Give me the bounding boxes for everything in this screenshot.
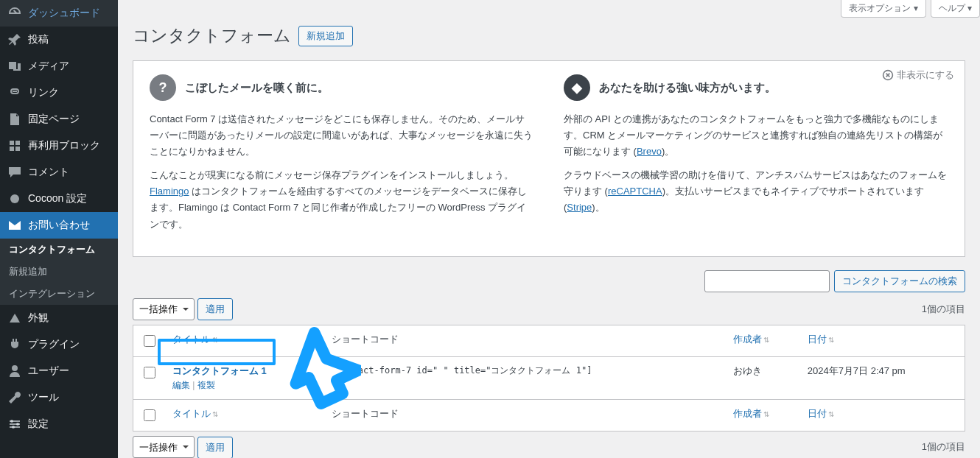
sidebar-item-label: 固定ページ	[28, 113, 111, 126]
block-icon	[7, 138, 22, 153]
sidebar-item-label: 外観	[28, 311, 111, 325]
col-author[interactable]: 作成者⇅	[726, 325, 800, 357]
diamond-icon: ◆	[564, 74, 590, 101]
form-title-link[interactable]: コンタクトフォーム 1	[172, 365, 267, 376]
sidebar-item-label: ダッシュボード	[28, 7, 111, 20]
close-icon	[882, 69, 894, 81]
question-icon: ?	[150, 74, 176, 101]
sidebar-item-links[interactable]: リンク	[0, 80, 118, 106]
row-actions: 編集 | 複製	[172, 379, 317, 392]
welcome-left-heading: ? こぼしたメールを嘆く前に。	[150, 74, 534, 101]
welcome-left-p2: こんなことが現実になる前にメッセージ保存プラグインをインストールしましょう。 F…	[150, 167, 534, 232]
bulk-select-bottom[interactable]: 一括操作	[133, 436, 195, 458]
sidebar-item-appearance[interactable]: 外観	[0, 305, 118, 331]
flamingo-link[interactable]: Flamingo	[150, 186, 189, 197]
sidebar-item-cocoon[interactable]: Cocoon 設定	[0, 186, 118, 212]
col-date[interactable]: 日付⇅	[800, 325, 965, 357]
col-title[interactable]: タイトル⇅	[165, 325, 324, 357]
apply-button-bottom[interactable]: 適用	[197, 437, 233, 458]
select-all-checkbox[interactable]	[144, 335, 155, 347]
comment-icon	[7, 165, 22, 180]
appearance-icon	[7, 311, 22, 325]
search-input[interactable]	[704, 270, 830, 292]
cell-title: コンタクトフォーム 1 編集 | 複製	[165, 357, 324, 399]
screen-options-tab[interactable]: 表示オプション ▾	[841, 0, 925, 18]
main-content: 表示オプション ▾ ヘルプ ▾ コンタクトフォーム 新規追加 非表示にする ? …	[118, 0, 980, 458]
submenu-add-new[interactable]: 新規追加	[0, 261, 118, 283]
item-count: 1個の項目	[922, 303, 965, 316]
welcome-panel: 非表示にする ? こぼしたメールを嘆く前に。 Contact Form 7 は送…	[133, 60, 965, 257]
svg-point-2	[16, 423, 19, 426]
svg-point-3	[12, 426, 15, 429]
cell-date: 2024年7月7日 2:47 pm	[800, 357, 965, 399]
user-icon	[7, 364, 22, 378]
page-icon	[7, 112, 22, 127]
sort-icon: ⇅	[828, 336, 834, 344]
dismiss-label: 非表示にする	[897, 68, 954, 82]
table-row: コンタクトフォーム 1 編集 | 複製 [contact-form-7 id="…	[133, 357, 965, 399]
sort-icon: ⇅	[763, 336, 769, 344]
submenu-contact-forms[interactable]: コンタクトフォーム	[0, 239, 118, 261]
screen-meta: 表示オプション ▾ ヘルプ ▾	[133, 0, 980, 18]
bulk-actions-bottom: 一括操作 適用	[133, 436, 233, 458]
sidebar-item-label: リンク	[28, 86, 111, 99]
welcome-right-p2: クラウドベースの機械学習の助けを借りて、アンチスパムサービスはあなたのフォームを…	[564, 167, 948, 216]
sidebar-item-label: ユーザー	[28, 364, 111, 378]
svg-point-0	[10, 194, 19, 203]
bulk-select[interactable]: 一括操作	[133, 298, 195, 320]
sidebar-item-plugins[interactable]: プラグイン	[0, 331, 118, 358]
row-checkbox[interactable]	[144, 367, 155, 378]
duplicate-link[interactable]: 複製	[197, 380, 215, 390]
submenu-integration[interactable]: インテグレーション	[0, 283, 118, 305]
select-all-footer	[133, 399, 165, 431]
dismiss-button[interactable]: 非表示にする	[882, 68, 954, 82]
welcome-left-heading-text: こぼしたメールを嘆く前に。	[185, 78, 329, 97]
stripe-link[interactable]: Stripe	[567, 202, 592, 213]
sidebar-item-label: 投稿	[28, 33, 111, 46]
select-all-header	[133, 325, 165, 357]
sort-icon: ⇅	[212, 410, 218, 418]
item-count-bottom: 1個の項目	[922, 440, 965, 454]
pin-icon	[7, 32, 22, 47]
sidebar-item-reusable-blocks[interactable]: 再利用ブロック	[0, 133, 118, 159]
tablenav-top: 一括操作 適用 1個の項目	[133, 298, 965, 321]
bulk-actions: 一括操作 適用	[133, 298, 233, 321]
search-button[interactable]: コンタクトフォームの検索	[834, 270, 965, 292]
add-new-button[interactable]: 新規追加	[298, 26, 353, 46]
sidebar-item-label: 設定	[28, 418, 111, 431]
help-tab[interactable]: ヘルプ ▾	[931, 0, 980, 18]
col-title[interactable]: タイトル⇅	[165, 399, 324, 431]
sidebar-item-contact[interactable]: お問い合わせ	[0, 212, 118, 239]
sidebar-item-dashboard[interactable]: ダッシュボード	[0, 0, 118, 27]
brevo-link[interactable]: Brevo	[637, 146, 662, 157]
sort-icon: ⇅	[763, 410, 769, 418]
welcome-left-p1: Contact Form 7 は送信されたメッセージをどこにも保存しません。その…	[150, 111, 534, 160]
sort-icon: ⇅	[828, 410, 834, 418]
sidebar-item-comments[interactable]: コメント	[0, 159, 118, 186]
apply-button[interactable]: 適用	[197, 298, 233, 320]
sort-icon: ⇅	[212, 336, 218, 344]
sidebar-item-label: コメント	[28, 166, 111, 179]
col-shortcode: ショートコード	[324, 399, 726, 431]
sidebar-item-pages[interactable]: 固定ページ	[0, 106, 118, 133]
recaptcha-link[interactable]: reCAPTCHA	[608, 186, 662, 197]
edit-link[interactable]: 編集	[172, 380, 190, 390]
mail-icon	[7, 218, 22, 233]
col-date[interactable]: 日付⇅	[800, 399, 965, 431]
sidebar-item-tools[interactable]: ツール	[0, 384, 118, 411]
sidebar-item-users[interactable]: ユーザー	[0, 358, 118, 384]
select-all-checkbox-bottom[interactable]	[144, 409, 155, 421]
sidebar-item-label: 再利用ブロック	[28, 139, 111, 152]
plugin-icon	[7, 337, 22, 352]
settings-icon	[7, 417, 22, 431]
col-author[interactable]: 作成者⇅	[726, 399, 800, 431]
tablenav-bottom: 一括操作 適用 1個の項目	[133, 436, 965, 458]
forms-table: タイトル⇅ ショートコード 作成者⇅ 日付⇅ コンタクトフォーム 1 編集 | …	[133, 325, 965, 431]
sidebar-item-media[interactable]: メディア	[0, 53, 118, 80]
sidebar-item-label: ツール	[28, 391, 111, 404]
sidebar-item-settings[interactable]: 設定	[0, 411, 118, 437]
cell-shortcode[interactable]: [contact-form-7 id=" " title="コンタクトフォーム …	[324, 357, 726, 399]
sidebar-item-posts[interactable]: 投稿	[0, 27, 118, 53]
welcome-right-p1: 外部の API との連携があなたのコンタクトフォームをもっと強力で多機能なものに…	[564, 111, 948, 160]
link-icon	[7, 85, 22, 100]
